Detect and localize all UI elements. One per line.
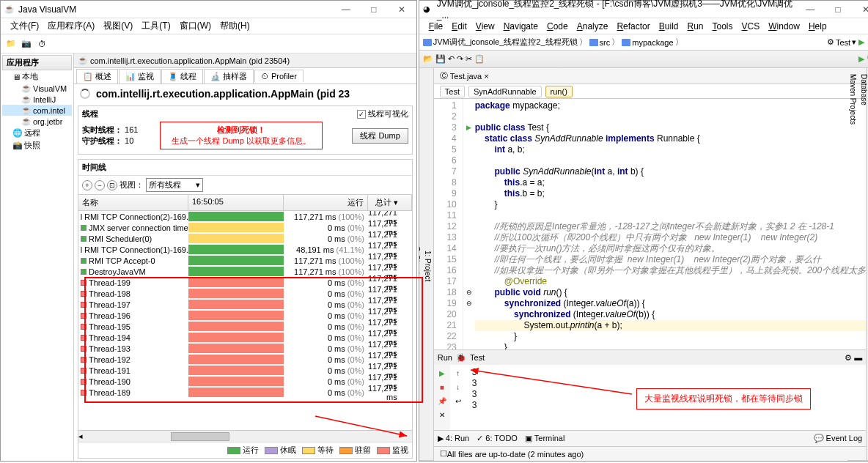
table-row[interactable]: Thread-1940 ms(0%)117,271 ms (78, 332, 412, 343)
table-row[interactable]: JMX server connection time0 ms(0%)117,27… (78, 222, 412, 233)
ij-menu-window[interactable]: Window (765, 20, 803, 33)
thread-dump-button[interactable]: 线程 Dump (352, 128, 408, 144)
tb-save-icon[interactable]: 💾 (435, 54, 446, 64)
close-run-icon[interactable]: ✕ (436, 409, 448, 421)
tree-local[interactable]: 🖥 本地 (2, 70, 72, 83)
ij-menu-tools[interactable]: Tools (709, 20, 737, 33)
tb-redo-icon[interactable]: ↷ (457, 54, 463, 64)
wrap-icon[interactable]: ↩ (452, 395, 464, 407)
bottom-todo[interactable]: ✓ 6: TODO (477, 434, 518, 443)
tab-threads[interactable]: 🧵线程 (161, 69, 203, 84)
code-editor[interactable]: 1234567891011121314151617181920212223242… (434, 99, 866, 349)
tb-copy-icon[interactable]: 📋 (474, 54, 485, 64)
tree-appmain[interactable]: ☕ com.intel (2, 105, 72, 116)
tb-open-icon[interactable]: 📂 (423, 54, 433, 64)
nav-pkg[interactable]: mypackage 〉 (622, 37, 683, 48)
file-tab[interactable]: Ⓒ Test.java × (434, 68, 866, 84)
ij-menu-file[interactable]: File (425, 20, 446, 33)
ij-minimize[interactable]: — (799, 2, 821, 17)
ij-menu-code[interactable]: Code (543, 20, 572, 33)
tab-overview[interactable]: 📋概述 (76, 69, 118, 84)
ij-menu-navigate[interactable]: Navigate (500, 20, 542, 33)
tb-build-icon[interactable]: ▶ (858, 54, 864, 64)
rerun-icon[interactable]: ▶ (436, 367, 448, 379)
table-row[interactable]: Thread-1900 ms(0%)117,271 ms (78, 376, 412, 387)
table-row[interactable]: Thread-1970 ms(0%)117,271 ms (78, 299, 412, 310)
run-header: Run 🐞 Test⚙ ▬ (434, 350, 866, 365)
main-tab[interactable]: ☕com.intellij.rt.execution.application.A… (74, 53, 416, 68)
run-controls: ▶ ■ 📌 ✕ (434, 365, 450, 430)
run-config[interactable]: ⚙ Test ▾ (827, 37, 856, 47)
table-row[interactable]: Thread-1960 ms(0%)117,271 ms (78, 310, 412, 321)
ij-menu-analyze[interactable]: Analyze (573, 20, 612, 33)
table-row[interactable]: Thread-1990 ms(0%)117,271 ms (78, 277, 412, 288)
table-row[interactable]: Thread-1980 ms(0%)117,271 ms (78, 288, 412, 299)
bottom-run[interactable]: ▶ 4: Run (438, 434, 469, 443)
col-time[interactable]: 16:50:05 (188, 195, 284, 210)
toolbar-icon-3[interactable]: ⏱ (35, 37, 48, 51)
minimize-button[interactable]: — (335, 2, 357, 17)
nav-src[interactable]: src 〉 (589, 37, 620, 48)
run-button-icon[interactable]: ▶ (858, 37, 864, 47)
col-total[interactable]: 总计 ▾ (368, 195, 412, 210)
col-run[interactable]: 运行 (284, 195, 368, 210)
tb-undo-icon[interactable]: ↶ (448, 54, 455, 64)
menu-tools[interactable]: 工具(T) (138, 18, 174, 34)
close-button[interactable]: ✕ (391, 2, 413, 17)
tab-profiler[interactable]: ⏲Profiler (254, 70, 304, 82)
down-icon[interactable]: ↓ (452, 381, 464, 393)
col-name[interactable]: 名称 (78, 195, 188, 210)
menu-help[interactable]: 帮助(H) (216, 18, 254, 34)
nav-project[interactable]: JVM调优_jconsole_线程监控2_线程死锁 〉 (423, 37, 587, 48)
table-row[interactable]: Thread-1950 ms(0%)117,271 ms (78, 321, 412, 332)
ij-menu-view[interactable]: View (472, 20, 499, 33)
ij-menu-help[interactable]: Help (805, 20, 831, 33)
ij-menu-vcs[interactable]: VCS (738, 20, 764, 33)
ij-menu-edit[interactable]: Edit (448, 20, 471, 33)
bread-method[interactable]: run() (545, 86, 573, 97)
tree-jetbrains[interactable]: ☕ org.jetbr (2, 116, 72, 127)
bread-class[interactable]: Test (440, 86, 465, 97)
menu-app[interactable]: 应用程序(A) (44, 18, 98, 34)
menu-window[interactable]: 窗口(W) (176, 18, 215, 34)
bottom-terminal[interactable]: ▣ Terminal (525, 434, 564, 443)
table-row[interactable]: RMI TCP Connection(2)-169.2117,271 ms(10… (78, 211, 412, 222)
ij-menu-refactor[interactable]: Refactor (613, 20, 653, 33)
table-row[interactable]: RMI Scheduler(0)0 ms(0%)117,271 ms (78, 233, 412, 244)
tree-snapshot[interactable]: 📸 快照 (2, 139, 72, 152)
h-scrollbar[interactable]: ◂ (78, 430, 412, 442)
ij-menu-build[interactable]: Build (655, 20, 683, 33)
maximize-button[interactable]: □ (363, 2, 385, 17)
tb-cut-icon[interactable]: ✂ (466, 54, 472, 64)
ij-close[interactable]: ✕ (855, 2, 868, 17)
ij-menu-run[interactable]: Run (683, 20, 707, 33)
table-row[interactable]: RMI TCP Connection(1)-169.248,191 ms(41.… (78, 244, 412, 255)
table-row[interactable]: Thread-1930 ms(0%)117,271 ms (78, 343, 412, 354)
zoom-out-icon[interactable]: − (95, 180, 105, 190)
pin-icon[interactable]: 📌 (436, 395, 448, 407)
menu-file[interactable]: 文件(F) (7, 18, 43, 34)
tab-sampler[interactable]: 🔬抽样器 (204, 69, 254, 84)
up-icon[interactable]: ↑ (452, 367, 464, 379)
bread-inner[interactable]: SynAddRunnable (468, 86, 542, 97)
menu-view[interactable]: 视图(V) (100, 18, 136, 34)
zoom-fit-icon[interactable]: ⊡ (107, 180, 117, 190)
tree-visualvm[interactable]: ☕ VisualVM (2, 83, 72, 94)
tab-monitor[interactable]: 📊监视 (119, 69, 161, 84)
table-row[interactable]: Thread-1910 ms(0%)117,271 ms (78, 365, 412, 376)
toolbar-icon-1[interactable]: 📁 (4, 37, 18, 51)
table-row[interactable]: Thread-1920 ms(0%)117,271 ms (78, 354, 412, 365)
table-row[interactable]: RMI TCP Accept-0117,271 ms(100%)117,271 … (78, 255, 412, 266)
table-row[interactable]: Thread-1890 ms(0%)117,271 ms (78, 387, 412, 398)
gutter-structure[interactable]: 7: Structure (419, 72, 422, 461)
toolbar-icon-2[interactable]: 📷 (20, 37, 33, 51)
ij-maximize[interactable]: □ (827, 2, 849, 17)
table-row[interactable]: DestroyJavaVM117,271 ms(100%)117,271 ms (78, 266, 412, 277)
view-select[interactable]: 所有线程▾ (146, 178, 203, 192)
tree-intellij[interactable]: ☕ IntelliJ (2, 94, 72, 105)
tree-remote[interactable]: 🌐 远程 (2, 127, 72, 139)
visualize-checkbox[interactable]: ✓线程可视化 (357, 108, 408, 119)
gutter-project[interactable]: 1: Project (422, 72, 433, 461)
stop-icon[interactable]: ■ (436, 381, 448, 393)
zoom-in-icon[interactable]: + (82, 180, 92, 190)
